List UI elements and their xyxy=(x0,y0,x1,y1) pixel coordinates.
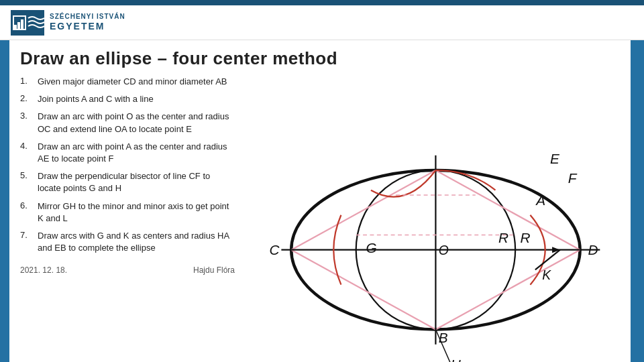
page-title: Draw an ellipse – four center method xyxy=(20,48,620,69)
step-5-number: 5. xyxy=(20,170,32,180)
university-logo-icon xyxy=(11,10,44,36)
diagram-area: E F A C D O G R R K xyxy=(241,76,620,362)
footer: 2021. 12. 18. Hajdu Flóra xyxy=(20,259,235,278)
logo-line2: EGYETEM xyxy=(50,21,125,32)
top-bar xyxy=(0,0,644,5)
footer-author: Hajdu Flóra xyxy=(193,265,235,275)
step-7-number: 7. xyxy=(20,230,32,240)
logo-area: SZÉCHENYI ISTVÁN EGYETEM xyxy=(11,10,125,36)
right-sidebar xyxy=(631,40,644,362)
step-4-text: Draw an arc with point A as the center a… xyxy=(38,141,235,165)
step-6: 6. Mirror GH to the minor and minor axis… xyxy=(20,200,235,225)
two-column-layout: 1. Given major diameter CD and minor dia… xyxy=(20,76,620,362)
header: SZÉCHENYI ISTVÁN EGYETEM xyxy=(0,5,644,40)
step-1-text: Given major diameter CD and minor diamet… xyxy=(38,76,227,88)
svg-text:A: A xyxy=(535,192,545,208)
content-area: Draw an ellipse – four center method 1. … xyxy=(9,40,631,362)
svg-text:B: B xyxy=(439,330,448,345)
step-5-text: Draw the perpendicular bisector of line … xyxy=(38,170,235,194)
svg-text:F: F xyxy=(568,170,578,186)
svg-text:C: C xyxy=(270,242,280,257)
step-4-number: 4. xyxy=(20,141,32,151)
footer-date: 2021. 12. 18. xyxy=(20,265,67,275)
step-2-text: Join points A and C with a line xyxy=(38,93,154,105)
left-sidebar xyxy=(0,40,9,362)
step-3-number: 3. xyxy=(20,111,32,121)
step-3: 3. Draw an arc with point O as the cente… xyxy=(20,111,235,135)
step-4: 4. Draw an arc with point A as the cente… xyxy=(20,141,235,165)
step-7-text: Draw arcs with G and K as centers and ra… xyxy=(38,230,235,254)
step-5: 5. Draw the perpendicular bisector of li… xyxy=(20,170,235,194)
step-6-text: Mirror GH to the minor and minor axis to… xyxy=(38,200,235,225)
svg-rect-4 xyxy=(17,22,20,30)
svg-rect-5 xyxy=(21,19,23,30)
svg-text:R: R xyxy=(521,230,531,245)
step-1: 1. Given major diameter CD and minor dia… xyxy=(20,76,235,88)
svg-text:O: O xyxy=(439,243,449,257)
main-content: Draw an ellipse – four center method 1. … xyxy=(0,40,644,362)
svg-text:K: K xyxy=(542,268,551,282)
svg-text:H: H xyxy=(451,357,462,362)
svg-text:G: G xyxy=(366,240,377,255)
logo-text: SZÉCHENYI ISTVÁN EGYETEM xyxy=(50,13,125,32)
svg-text:R: R xyxy=(498,230,508,245)
step-2-number: 2. xyxy=(20,93,32,103)
svg-rect-6 xyxy=(241,76,620,362)
svg-text:D: D xyxy=(588,242,598,257)
step-3-text: Draw an arc with point O as the center a… xyxy=(38,111,235,135)
step-1-number: 1. xyxy=(20,76,32,86)
steps-list: 1. Given major diameter CD and minor dia… xyxy=(20,76,235,362)
step-6-number: 6. xyxy=(20,200,32,210)
ellipse-diagram: E F A C D O G R R K xyxy=(241,76,620,362)
step-7: 7. Draw arcs with G and K as centers and… xyxy=(20,230,235,254)
svg-text:E: E xyxy=(550,151,560,166)
logo-line1: SZÉCHENYI ISTVÁN xyxy=(50,13,125,21)
svg-rect-3 xyxy=(14,25,17,30)
step-2: 2. Join points A and C with a line xyxy=(20,93,235,105)
